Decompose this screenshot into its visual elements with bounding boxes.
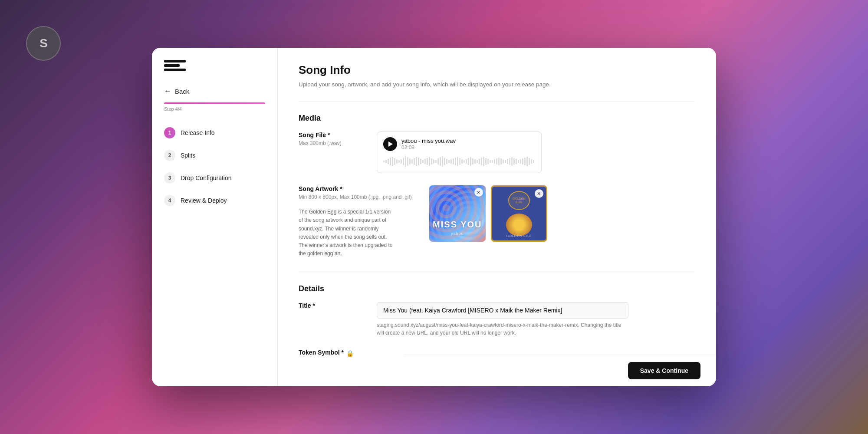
step-circle-3: 3 [164,172,175,184]
remove-artwork-1-button[interactable]: ✕ [474,188,483,197]
main-modal: ← Back Step 4/4 1 Release Info 2 Splits [152,48,716,386]
nav-label-review-deploy: Review & Deploy [181,197,227,204]
progress-section: Step 4/4 [164,102,265,112]
song-file-label: Song File * [299,132,359,138]
artwork-2-thumb: GOLDEN EGG GOLDEN EGG ✕ [491,185,547,242]
logo-bar-2 [164,64,180,67]
back-arrow-icon: ← [164,87,171,95]
golden-egg-description: The Golden Egg is a special 1/1 version … [299,208,394,258]
modal-footer: Save & Continue [404,355,716,386]
song-artwork-sublabel: Min 800 x 800px, Max 100mb (.jpg, .png a… [299,194,412,200]
save-continue-button[interactable]: Save & Continue [628,362,700,379]
step-circle-2: 2 [164,150,175,161]
play-icon [388,141,393,147]
logo-bar-1 [164,60,186,62]
nav-label-release-info: Release Info [181,129,215,136]
song-file-header: yabou - miss you.wav 02:09 [383,137,535,151]
song-file-group: Song File * Max 300mb (.wav) yabou - mis… [299,132,695,173]
song-file-sublabel: Max 300mb (.wav) [299,140,359,146]
nav-label-drop-config: Drop Configuration [181,174,232,181]
golden-egg-badge-label: GOLDEN EGG [509,197,529,204]
song-artwork-label: Song Artwork * [299,185,412,192]
token-label-with-lock: Token Symbol * 🔒 [299,349,359,358]
artwork-1-sublabel: yabou [429,231,486,236]
step-circle-1: 1 [164,127,175,138]
step-label: Step 4/4 [164,106,265,112]
details-section-title: Details [299,284,695,293]
title-label-col: Title * [299,302,359,337]
song-file-label-col: Song File * Max 300mb (.wav) [299,132,359,173]
nav-label-splits: Splits [181,152,195,159]
artwork-1-thumb: MISS YOU yabou ✕ [429,185,486,242]
app-icon: S [26,26,61,61]
sidebar: ← Back Step 4/4 1 Release Info 2 Splits [152,48,278,386]
artwork-row: MISS YOU yabou ✕ GOLDEN EGG GOLDEN EGG [429,185,695,242]
page-subtitle: Upload your song, artwork, and add your … [299,80,695,89]
back-label: Back [175,88,189,95]
title-field-group: Title * staging.sound.xyz/august/miss-yo… [299,302,695,337]
sidebar-item-splits[interactable]: 2 Splits [152,145,277,166]
remove-artwork-2-button[interactable]: ✕ [535,189,543,198]
song-artwork-group: Song Artwork * Min 800 x 800px, Max 100m… [299,185,695,258]
page-title: Song Info [299,63,695,77]
artwork-2-bottom-text: GOLDEN EGG [506,234,532,238]
main-content-area: Song Info Upload your song, artwork, and… [278,48,716,386]
song-artwork-label-col: Song Artwork * Min 800 x 800px, Max 100m… [299,185,412,258]
artwork-1-label: MISS YOU [429,220,486,230]
progress-bar-fill [164,102,265,104]
song-info: yabou - miss you.wav 02:09 [401,138,456,151]
step-circle-4: 4 [164,195,175,206]
divider-1 [299,101,695,102]
back-button[interactable]: ← Back [152,87,277,99]
song-filename: yabou - miss you.wav [401,138,456,144]
lock-icon: 🔒 [346,350,354,357]
song-file-content: yabou - miss you.wav 02:09 [377,132,695,173]
title-field-label: Title * [299,302,359,309]
song-duration: 02:09 [401,145,456,151]
title-field-content: staging.sound.xyz/august/miss-you-feat-k… [377,302,695,337]
waveform [383,155,535,168]
token-field-label: Token Symbol * [299,349,344,356]
sidebar-item-release-info[interactable]: 1 Release Info [152,122,277,144]
logo-bar-3 [164,69,186,71]
sidebar-nav: 1 Release Info 2 Splits 3 Drop Configura… [152,122,277,211]
logo [152,60,277,87]
artwork-2-flower [506,214,532,236]
progress-bar-bg [164,102,265,104]
song-file-player: yabou - miss you.wav 02:09 [377,132,542,173]
play-button[interactable] [383,137,397,151]
token-label-col: Token Symbol * 🔒 [299,349,359,358]
details-section: Details Title * staging.sound.xyz/august… [299,272,695,358]
logo-mark [164,60,186,76]
song-artwork-content: MISS YOU yabou ✕ GOLDEN EGG GOLDEN EGG [429,185,695,258]
url-hint: staging.sound.xyz/august/miss-you-feat-k… [377,321,628,337]
artwork-2-badge: GOLDEN EGG [508,191,530,210]
media-section-title: Media [299,114,695,123]
sidebar-item-review-deploy[interactable]: 4 Review & Deploy [152,190,277,211]
sidebar-item-drop-config[interactable]: 3 Drop Configuration [152,167,277,189]
title-input[interactable] [377,302,628,319]
